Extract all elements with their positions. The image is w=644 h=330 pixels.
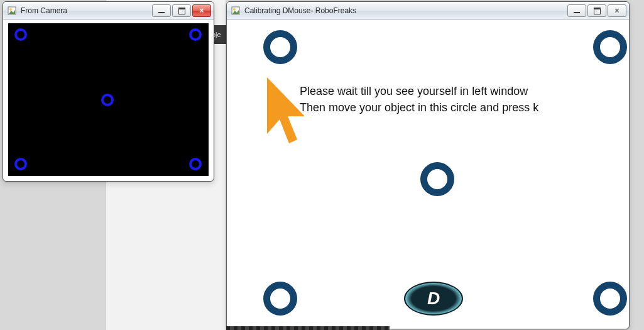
maximize-button[interactable] bbox=[172, 4, 191, 17]
camera-window: From Camera × bbox=[3, 1, 214, 182]
calibration-window-title: Calibrating DMouse- RoboFreaks bbox=[244, 6, 356, 15]
calibration-dot bbox=[101, 94, 114, 106]
calibration-target[interactable] bbox=[593, 282, 627, 316]
calibration-dot bbox=[189, 28, 202, 41]
camera-window-title: From Camera bbox=[21, 6, 67, 15]
calibration-canvas[interactable]: Please wait till you see yourself in lef… bbox=[232, 21, 624, 324]
close-button[interactable]: × bbox=[192, 4, 211, 17]
minimize-button[interactable] bbox=[152, 4, 171, 17]
taskbar-fragment bbox=[226, 326, 390, 330]
calibration-target[interactable] bbox=[420, 162, 454, 196]
calibration-target[interactable] bbox=[263, 30, 297, 64]
svg-point-3 bbox=[233, 8, 236, 11]
calibration-window: Calibrating DMouse- RoboFreaks × Please … bbox=[226, 1, 630, 329]
dmouse-logo-icon: D bbox=[404, 282, 463, 316]
calibration-titlebar[interactable]: Calibrating DMouse- RoboFreaks × bbox=[227, 2, 629, 20]
app-icon bbox=[7, 6, 17, 16]
svg-point-1 bbox=[9, 8, 12, 11]
maximize-button[interactable] bbox=[587, 4, 606, 17]
app-icon bbox=[231, 6, 241, 16]
calibration-dot bbox=[189, 158, 202, 170]
calibration-target[interactable] bbox=[593, 30, 627, 64]
instruction-line-2: Then move your object in this circle and… bbox=[300, 100, 538, 116]
close-button[interactable]: × bbox=[608, 4, 626, 17]
camera-titlebar[interactable]: From Camera × bbox=[3, 2, 214, 20]
calibration-dot bbox=[14, 158, 27, 170]
camera-feed-area bbox=[8, 23, 209, 176]
logo-letter: D bbox=[427, 289, 440, 309]
calibration-dot bbox=[14, 28, 27, 41]
calibration-target[interactable] bbox=[263, 282, 297, 316]
instruction-line-1: Please wait till you see yourself in lef… bbox=[300, 84, 528, 99]
minimize-button[interactable] bbox=[567, 4, 586, 17]
